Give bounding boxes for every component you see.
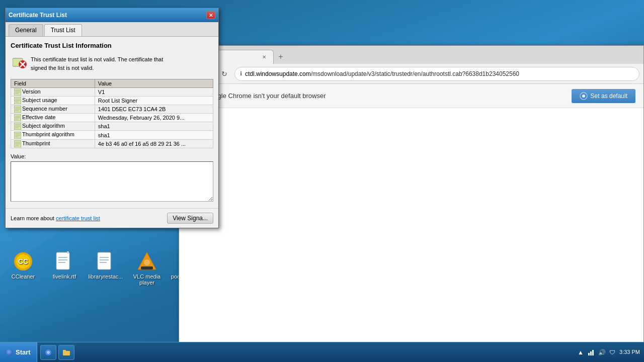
taskbar-right: ▲ 🔊 🛡 3:33 PM xyxy=(573,348,644,356)
libraryrestac-icon xyxy=(96,251,116,272)
taskbar-network-icon[interactable] xyxy=(587,348,595,356)
taskbar-volume-icon[interactable]: 🔊 xyxy=(598,348,606,356)
svg-point-37 xyxy=(582,95,585,98)
fivelink-icon xyxy=(54,251,74,272)
svg-rect-63 xyxy=(590,351,592,355)
table-row[interactable]: Sequence number1401 D5EC EC73 1CA4 2B xyxy=(11,105,213,114)
chrome-tabs-bar: Untitled ✕ + xyxy=(179,46,643,64)
taskbar-arrow-icon[interactable]: ▲ xyxy=(577,348,585,356)
table-row[interactable]: Thumbprint algorithmsha1 xyxy=(11,131,213,139)
taskbar-item-browser[interactable] xyxy=(40,345,56,360)
address-text: ctdl.windowsupdate.com/msdownload/update… xyxy=(245,70,634,77)
chrome-notification-bar: Google Chrome isn't your default browser… xyxy=(179,84,643,108)
value-section: Value: xyxy=(11,153,213,203)
cert-window-content: Certificate Trust List Information This … xyxy=(6,37,218,208)
taskbar-clock: 3:33 PM xyxy=(619,348,640,356)
tab-general[interactable]: General xyxy=(9,24,43,36)
cert-window-titlebar: Certificate Trust List ✕ xyxy=(6,8,218,22)
learn-more-text: Learn more about certificate trust list xyxy=(11,215,100,221)
status-text: This certificate trust list is not valid… xyxy=(31,55,163,72)
col-header-value: Value xyxy=(95,79,213,88)
table-row[interactable]: VersionV1 xyxy=(11,88,213,97)
address-bar[interactable]: ℹ ctdl.windowsupdate.com/msdownload/upda… xyxy=(234,67,639,81)
taskbar-security-icon[interactable]: 🛡 xyxy=(608,348,616,356)
certificate-trust-list-window: Certificate Trust List ✕ General Trust L… xyxy=(5,8,219,228)
svg-rect-62 xyxy=(588,353,590,355)
desktop-icon-ccleaner[interactable]: CC CCleaner xyxy=(5,251,41,286)
taskbar-item-folder[interactable] xyxy=(58,345,74,360)
ccleaner-icon: CC xyxy=(13,251,33,272)
address-path: /msdownload/update/v3/static/trustedr/en… xyxy=(311,70,519,77)
svg-rect-64 xyxy=(592,350,594,355)
svg-text:CC: CC xyxy=(18,257,28,265)
start-label: Start xyxy=(16,348,31,356)
cert-trust-list-link[interactable]: certificate trust list xyxy=(56,215,100,221)
address-domain: ctdl.windowsupdate.com xyxy=(245,70,311,77)
ccleaner-label: CCleaner xyxy=(12,274,35,280)
cert-window-close-button[interactable]: ✕ xyxy=(206,11,215,19)
svg-rect-41 xyxy=(56,252,69,269)
address-info-icon: ℹ xyxy=(240,70,242,77)
taskbar-items xyxy=(37,342,573,362)
cert-window-tabs: General Trust List xyxy=(6,22,218,37)
chrome-content-area xyxy=(179,108,643,359)
ctl-status: This certificate trust list is not valid… xyxy=(11,53,213,74)
cert-window-bottom: Learn more about certificate trust list … xyxy=(6,208,218,228)
taskbar-browser-icon xyxy=(45,349,52,356)
desktop-icon-vlcmedia[interactable]: VLC media player xyxy=(129,251,165,286)
svg-point-59 xyxy=(47,351,50,354)
table-row[interactable]: Effective dateWednesday, February 26, 20… xyxy=(11,114,213,122)
set-as-default-button[interactable]: Set as default xyxy=(572,89,635,103)
taskbar-folder-icon xyxy=(63,349,70,356)
reload-button[interactable]: ↻ xyxy=(217,67,231,81)
view-signa-button[interactable]: View Signa... xyxy=(167,213,213,224)
chrome-browser-window: Untitled ✕ + ← → ↻ ℹ ctdl.windowsupdate.… xyxy=(179,45,644,359)
table-row[interactable]: Thumbprint4e b3 46 a0 ef 16 a5 d8 29 21 … xyxy=(11,139,213,148)
chrome-toolbar: ← → ↻ ℹ ctdl.windowsupdate.com/msdownloa… xyxy=(179,64,643,84)
value-label: Value: xyxy=(11,153,213,159)
desktop-icon-fivelink[interactable]: fivelink.rtf xyxy=(46,251,83,286)
chrome-new-tab-button[interactable]: + xyxy=(274,50,288,64)
cert-window-title: Certificate Trust List xyxy=(9,12,206,19)
status-error-icon xyxy=(13,55,27,69)
ctl-info-header: Certificate Trust List Information xyxy=(11,42,213,49)
start-button[interactable]: Start xyxy=(0,342,37,362)
start-orb-icon xyxy=(6,349,13,356)
svg-rect-51 xyxy=(141,266,153,269)
svg-rect-46 xyxy=(98,252,111,269)
taskbar-sys-icons: ▲ 🔊 🛡 xyxy=(577,348,616,356)
svg-point-52 xyxy=(144,259,150,265)
libraryrestac-label: libraryrestac... xyxy=(88,274,123,280)
set-default-label: Set as default xyxy=(591,93,627,100)
cert-fields-table: Field Value VersionV1Subject usageRoot L… xyxy=(11,79,213,148)
table-row[interactable]: Subject algorithmsha1 xyxy=(11,122,213,131)
desktop-icon-libraryrestac[interactable]: libraryrestac... xyxy=(88,251,124,286)
taskbar: Start ▲ 🔊 xyxy=(0,342,644,362)
vlcmedia-label: VLC media player xyxy=(129,274,165,286)
tab-trust-list[interactable]: Trust List xyxy=(44,24,82,36)
chrome-tab-close-button[interactable]: ✕ xyxy=(260,53,268,61)
table-row[interactable]: Subject usageRoot List Signer xyxy=(11,97,213,105)
svg-rect-61 xyxy=(63,350,66,352)
col-header-field: Field xyxy=(11,79,95,88)
svg-rect-45 xyxy=(67,251,69,253)
vlcmedia-icon xyxy=(137,251,157,272)
fivelink-label: fivelink.rtf xyxy=(53,274,76,280)
notification-text: Google Chrome isn't your default browser xyxy=(205,92,566,100)
desktop: Certificate Trust List ✕ General Trust L… xyxy=(0,0,644,362)
value-textarea[interactable] xyxy=(11,161,213,202)
